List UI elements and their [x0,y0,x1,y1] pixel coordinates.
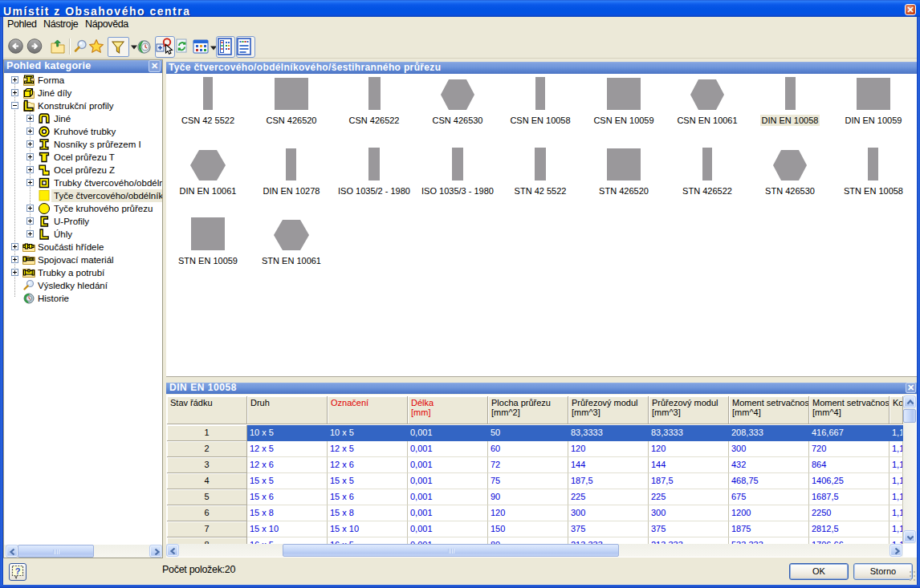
svg-text:?: ? [15,566,21,576]
